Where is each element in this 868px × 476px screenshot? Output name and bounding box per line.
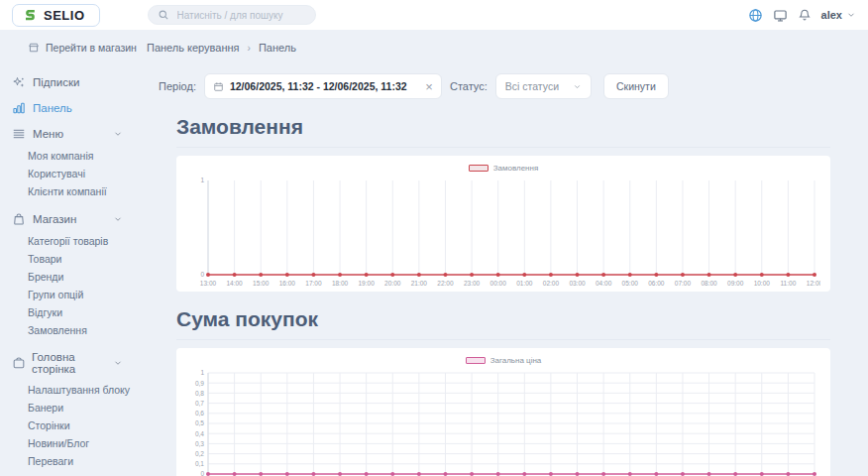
sidebar-item-dashboard[interactable]: Панель: [12, 95, 139, 121]
svg-text:23:00: 23:00: [464, 280, 481, 287]
sidebar-subitem[interactable]: Налаштування блоку: [28, 381, 139, 399]
svg-text:17:00: 17:00: [305, 280, 322, 287]
sidebar-subitem[interactable]: Категорії товарів: [28, 232, 139, 250]
status-value: Всі статуси: [505, 80, 559, 92]
search-bar[interactable]: [148, 5, 316, 25]
svg-text:0: 0: [200, 470, 204, 476]
svg-text:0,3: 0,3: [195, 440, 204, 447]
monitor-icon[interactable]: [773, 8, 788, 23]
breadcrumb-item[interactable]: Панель керування: [147, 42, 240, 54]
chevron-down-icon: [846, 10, 856, 20]
svg-text:0,1: 0,1: [195, 460, 204, 467]
logo-text: SELIO: [44, 8, 85, 23]
selio-logo-icon: [23, 8, 38, 23]
sidebar-item-label: Магазин: [33, 213, 76, 225]
sidebar-item-store[interactable]: Магазин: [12, 206, 139, 232]
svg-text:12:00: 12:00: [807, 280, 820, 287]
svg-text:03:00: 03:00: [569, 280, 586, 287]
chevron-down-icon: [573, 82, 582, 91]
breadcrumb-item-current: Панель: [259, 42, 296, 54]
sidebar-subitem[interactable]: Клієнти компанії: [28, 182, 139, 200]
svg-text:11:00: 11:00: [780, 280, 796, 287]
sidebar-subitem[interactable]: Моя компанія: [28, 147, 139, 165]
status-select[interactable]: Всі статуси: [495, 73, 592, 99]
svg-text:0,4: 0,4: [195, 430, 204, 437]
period-label: Період:: [159, 80, 196, 92]
sidebar-subitem[interactable]: Користувачі: [28, 165, 139, 182]
svg-text:08:00: 08:00: [701, 280, 717, 287]
reset-button[interactable]: Скинути: [603, 73, 669, 99]
sidebar-subitem[interactable]: Товари: [28, 250, 139, 268]
svg-text:19:00: 19:00: [359, 280, 376, 287]
period-value: 12/06/2025, 11:32 - 12/06/2025, 11:32: [230, 80, 419, 92]
sidebar-subnav-home-page: Налаштування блокуБанериСторінкиНовини/Б…: [12, 381, 139, 470]
svg-text:0,8: 0,8: [195, 390, 204, 397]
svg-text:0: 0: [200, 271, 204, 278]
clear-icon[interactable]: ×: [425, 80, 433, 93]
sidebar-item-label: Меню: [33, 128, 63, 140]
sidebar-nav: ПідпискиПанельМенюМоя компаніяКористувач…: [12, 69, 139, 476]
user-name: alex: [821, 9, 842, 21]
sidebar-subitem[interactable]: Переваги: [28, 452, 139, 470]
globe-icon[interactable]: [748, 8, 763, 23]
svg-text:1: 1: [200, 177, 204, 183]
sidebar-subitem[interactable]: Новини/Блог: [28, 434, 139, 452]
header-actions: alex: [748, 8, 856, 23]
sidebar: Перейти в магазин ПідпискиПанельМенюМоя …: [0, 30, 139, 476]
svg-text:20:00: 20:00: [384, 280, 401, 287]
sidebar-item-label: Панель: [33, 102, 72, 114]
orders-chart: 13:0014:0015:0016:0017:0018:0019:0020:00…: [186, 175, 820, 290]
chevron-down-icon: [113, 129, 123, 139]
purchases-chart-card: Загальна ціна 13:0014:0015:0016:0017:001…: [176, 348, 830, 476]
sidebar-subitem[interactable]: Замовлення: [28, 321, 139, 339]
svg-text:00:00: 00:00: [490, 280, 507, 287]
legend-label: Загальна ціна: [490, 356, 542, 365]
menu-list-icon: [12, 127, 27, 141]
filter-bar: Період: 12/06/2025, 11:32 - 12/06/2025, …: [159, 73, 868, 99]
svg-text:1: 1: [200, 369, 204, 376]
purchases-chart: 13:0014:0015:0016:0017:0018:0019:0020:00…: [186, 367, 820, 476]
bar-chart-icon: [12, 101, 27, 115]
svg-text:09:00: 09:00: [727, 280, 744, 287]
svg-text:05:00: 05:00: [622, 280, 639, 287]
sidebar-subitem[interactable]: Банери: [28, 399, 139, 416]
svg-text:0,5: 0,5: [195, 419, 204, 426]
logo[interactable]: SELIO: [12, 4, 100, 27]
sidebar-item-label: Головна сторінка: [32, 351, 107, 375]
user-menu[interactable]: alex: [821, 9, 856, 21]
svg-text:14:00: 14:00: [226, 280, 243, 287]
goto-store-label: Перейти в магазин: [46, 42, 137, 54]
svg-text:0,7: 0,7: [195, 400, 204, 407]
svg-text:15:00: 15:00: [253, 280, 270, 287]
svg-text:13:00: 13:00: [200, 280, 217, 287]
sidebar-item-label: Підписки: [33, 76, 79, 88]
sidebar-subitem[interactable]: Бренди: [28, 268, 139, 286]
legend-label: Замовлення: [493, 164, 539, 173]
main-content: Панель керування › Панель Період: 12/06/…: [139, 30, 868, 476]
sidebar-item-home-page[interactable]: Головна сторінка: [12, 345, 139, 381]
svg-text:0,6: 0,6: [195, 410, 204, 416]
svg-text:16:00: 16:00: [279, 280, 296, 287]
sidebar-item-subscriptions[interactable]: Підписки: [12, 69, 139, 95]
storefront-icon: [28, 42, 40, 54]
sidebar-subnav-menu: Моя компаніяКористувачіКлієнти компанії: [12, 147, 139, 200]
legend-swatch: [466, 357, 486, 364]
home-page-icon: [12, 356, 26, 370]
svg-text:0,9: 0,9: [195, 380, 204, 387]
sidebar-subitem[interactable]: Відгуки: [28, 303, 139, 321]
svg-text:07:00: 07:00: [675, 280, 692, 287]
goto-store-link[interactable]: Перейти в магазин: [12, 42, 139, 54]
sidebar-subitem[interactable]: Сторінки: [28, 416, 139, 434]
svg-text:01:00: 01:00: [516, 280, 533, 287]
sidebar-item-menu[interactable]: Меню: [12, 121, 139, 147]
status-label: Статус:: [450, 80, 488, 92]
orders-chart-card: Замовлення 13:0014:0015:0016:0017:0018:0…: [176, 156, 830, 292]
svg-text:10:00: 10:00: [754, 280, 771, 287]
period-input[interactable]: 12/06/2025, 11:32 - 12/06/2025, 11:32 ×: [204, 73, 442, 99]
search-input[interactable]: [175, 9, 306, 22]
sidebar-subitem[interactable]: Групи опцій: [28, 286, 139, 303]
legend-swatch: [469, 165, 488, 172]
header: SELIO alex: [0, 0, 868, 30]
svg-text:02:00: 02:00: [543, 280, 560, 287]
bell-icon[interactable]: [798, 8, 812, 22]
